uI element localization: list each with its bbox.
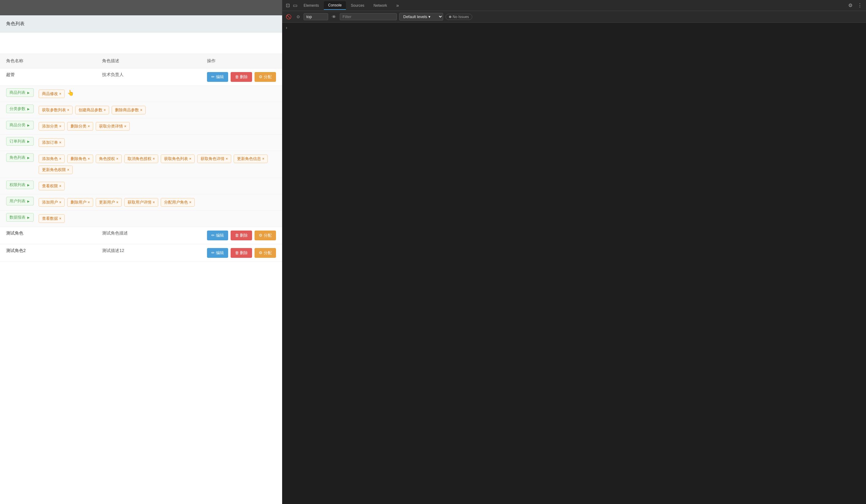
delete-btn[interactable]: 🗑 删除 [231, 231, 252, 240]
perm-tag[interactable]: 获取参数列表 × [38, 106, 73, 114]
permission-row: 商品分类 ▶添加分类 ×删除分类 ×获取分类详情 × [0, 118, 282, 135]
perm-tag[interactable]: 获取分类详情 × [96, 122, 130, 131]
perm-tag[interactable]: 删除用户 × [67, 198, 93, 206]
delete-btn[interactable]: 🗑 删除 [231, 72, 252, 82]
assign-btn[interactable]: ⚙ 分配 [255, 231, 276, 240]
tab-elements[interactable]: Elements [299, 1, 323, 10]
perm-tag[interactable]: 更新角色权限 × [38, 166, 73, 174]
perm-tag[interactable]: 删除分类 × [67, 122, 93, 131]
tab-more[interactable]: » [392, 1, 403, 10]
remove-perm-icon[interactable]: × [116, 201, 118, 204]
more-options-btn[interactable]: ⋮ [856, 1, 864, 10]
perm-tag[interactable]: 获取角色详情 × [197, 155, 231, 163]
devtools-panel: ⊡ ▭ Elements Console Sources Network » ⚙… [282, 0, 866, 504]
edit-btn[interactable]: ✏ 编辑 [207, 248, 228, 258]
perm-tag[interactable]: 更新用户 × [96, 198, 122, 206]
perm-tag[interactable]: 添加角色 × [38, 155, 65, 163]
breadcrumb-label: 角色列表 [6, 21, 24, 26]
remove-perm-icon[interactable]: × [59, 141, 61, 144]
header-desc: 角色描述 [96, 54, 201, 68]
tab-console[interactable]: Console [324, 1, 346, 10]
menu-tag[interactable]: 权限列表 ▶ [6, 181, 34, 189]
menu-tag[interactable]: 用户列表 ▶ [6, 197, 34, 205]
remove-perm-icon[interactable]: × [153, 157, 155, 161]
remove-perm-icon[interactable]: × [59, 201, 61, 204]
remove-perm-icon[interactable]: × [67, 108, 69, 112]
table-row: 超管技术负责人 ✏ 编辑 🗑 删除 ⚙ 分配 [0, 68, 282, 86]
remove-perm-icon[interactable]: × [67, 168, 69, 172]
device-toggle-btn[interactable]: ▭ [292, 1, 299, 10]
remove-perm-icon[interactable]: × [140, 108, 142, 112]
perm-tag[interactable]: 创建商品参数 × [75, 106, 109, 114]
perm-tag[interactable]: 更新角色信息 × [234, 155, 268, 163]
menu-arrow-icon: ▶ [27, 140, 30, 143]
tab-network[interactable]: Network [369, 1, 391, 10]
console-caret[interactable]: › [285, 24, 289, 31]
remove-perm-icon[interactable]: × [262, 157, 264, 161]
clear-console-btn[interactable]: 🚫 [285, 13, 293, 21]
remove-perm-icon[interactable]: × [59, 124, 61, 128]
perm-tags: 添加用户 ×删除用户 ×更新用户 ×获取用户详情 ×分配用户角色 × [38, 197, 276, 208]
menu-tag[interactable]: 数据报表 ▶ [6, 213, 34, 222]
inspect-toggle-btn[interactable]: ⊡ [285, 1, 291, 10]
assign-btn[interactable]: ⚙ 分配 [255, 248, 276, 258]
remove-perm-icon[interactable]: × [189, 157, 191, 161]
cursor-indicator: 👆 [67, 90, 74, 98]
menu-tag[interactable]: 商品分类 ▶ [6, 121, 34, 130]
perm-tags: 添加角色 ×删除角色 ×角色授权 ×取消角色授权 ×获取角色列表 ×获取角色详情… [38, 153, 276, 175]
edit-btn[interactable]: ✏ 编辑 [207, 231, 228, 240]
menu-tag[interactable]: 商品列表 ▶ [6, 88, 34, 97]
no-issues-badge: No Issues [446, 14, 472, 20]
remove-perm-icon[interactable]: × [88, 157, 90, 161]
perm-tag[interactable]: 添加订单 × [38, 138, 65, 147]
remove-perm-icon[interactable]: × [153, 201, 155, 204]
edit-btn[interactable]: ✏ 编辑 [207, 72, 228, 82]
settings-btn[interactable]: ⚙ [847, 1, 854, 10]
perm-tag[interactable]: 获取角色列表 × [161, 155, 195, 163]
role-name-cell: 超管 [0, 68, 96, 86]
menu-tag[interactable]: 订单列表 ▶ [6, 137, 34, 146]
perm-tag[interactable]: 分配用户角色 × [161, 198, 195, 206]
remove-perm-icon[interactable]: × [88, 201, 90, 204]
remove-perm-icon[interactable]: × [116, 157, 118, 161]
remove-perm-icon[interactable]: × [59, 92, 61, 96]
perm-tag[interactable]: 删除商品参数 × [112, 106, 146, 114]
remove-perm-icon[interactable]: × [59, 217, 61, 221]
levels-select[interactable]: Default levels ▾ [399, 13, 443, 21]
role-desc-cell: 测试描述12 [96, 244, 201, 262]
permission-row: 用户列表 ▶添加用户 ×删除用户 ×更新用户 ×获取用户详情 ×分配用户角色 × [0, 194, 282, 211]
menu-tag[interactable]: 分类参数 ▶ [6, 104, 34, 113]
remove-perm-icon[interactable]: × [59, 157, 61, 161]
console-filter-input[interactable] [340, 13, 397, 20]
perm-tag[interactable]: 添加用户 × [38, 198, 65, 206]
permission-row: 订单列表 ▶添加订单 × [0, 135, 282, 151]
perm-tag[interactable]: 查看权限 × [38, 182, 65, 190]
perm-tag[interactable]: 商品修改 × [38, 90, 65, 98]
perm-tag[interactable]: 添加分类 × [38, 122, 65, 131]
remove-perm-icon[interactable]: × [226, 157, 228, 161]
delete-btn[interactable]: 🗑 删除 [231, 248, 252, 258]
remove-perm-icon[interactable]: × [124, 124, 126, 128]
tab-sources[interactable]: Sources [346, 1, 369, 10]
assign-btn[interactable]: ⚙ 分配 [255, 72, 276, 82]
table-header-row: 角色名称 角色描述 操作 [0, 54, 282, 68]
context-select[interactable]: top [303, 13, 328, 20]
perm-tag[interactable]: 取消角色授权 × [124, 155, 158, 163]
menu-arrow-icon: ▶ [27, 183, 30, 187]
perm-tag[interactable]: 删除角色 × [67, 155, 93, 163]
perm-tag[interactable]: 查看数据 × [38, 214, 65, 223]
header-name: 角色名称 [0, 54, 96, 68]
capture-log-btn[interactable]: ⊙ [295, 13, 301, 20]
remove-perm-icon[interactable]: × [59, 184, 61, 188]
remove-perm-icon[interactable]: × [104, 108, 106, 112]
perm-tag[interactable]: 角色授权 × [96, 155, 122, 163]
permission-row: 角色列表 ▶添加角色 ×删除角色 ×角色授权 ×取消角色授权 ×获取角色列表 ×… [0, 151, 282, 178]
eye-btn[interactable]: 👁 [331, 13, 337, 21]
action-cell: ✏ 编辑 🗑 删除 ⚙ 分配 [201, 244, 282, 262]
perm-tags: 添加订单 × [38, 137, 276, 148]
perm-tag[interactable]: 获取用户详情 × [124, 198, 158, 206]
menu-tag[interactable]: 角色列表 ▶ [6, 153, 34, 162]
remove-perm-icon[interactable]: × [189, 201, 191, 204]
role-name-cell: 测试角色2 [0, 244, 96, 262]
remove-perm-icon[interactable]: × [88, 124, 90, 128]
